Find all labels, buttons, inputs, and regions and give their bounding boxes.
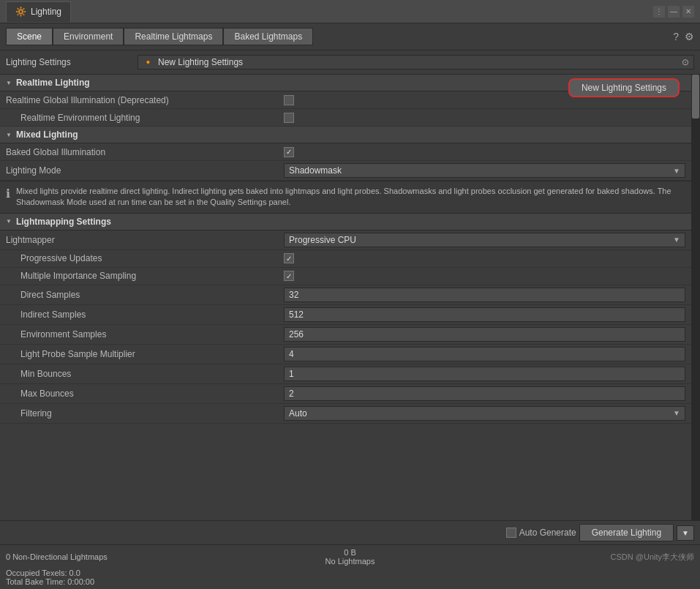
input-light-probe-multiplier[interactable] [284, 347, 685, 361]
input-max-bounces[interactable] [284, 386, 685, 401]
tab-realtime-lightmaps[interactable]: Realtime Lightmaps [124, 28, 223, 45]
generate-lighting-arrow-button[interactable]: ▼ [677, 525, 694, 541]
generate-lighting-button[interactable]: Generate Lighting [579, 524, 674, 541]
title-bar: 🔆 Lighting ⋮ — ✕ [0, 0, 700, 23]
dropdown-filtering-text: Auto [289, 408, 307, 419]
window-icon: 🔆 [15, 7, 26, 17]
bottom-bar: Auto Generate Generate Lighting ▼ [0, 520, 700, 544]
scroll-thumb[interactable] [692, 75, 699, 119]
tab-baked-lightmaps[interactable]: Baked Lightmaps [223, 28, 313, 45]
gear-icon[interactable]: ⚙ [685, 31, 694, 42]
footer-row1: 0 Non-Directional Lightmaps 0 B No Light… [0, 544, 700, 569]
prop-max-bounces: Max Bounces [0, 384, 691, 404]
footer-size-value: 0 B [236, 548, 465, 557]
prop-direct-samples-value [284, 288, 685, 302]
prop-realtime-gi-label: Realtime Global Illumination (Deprecated… [6, 95, 284, 105]
info-text: Mixed lights provide realtime direct lig… [16, 186, 685, 209]
prop-filtering-value: Auto ▼ [284, 406, 685, 421]
menu-btn[interactable]: ⋮ [653, 6, 665, 18]
prop-max-bounces-value [284, 386, 685, 401]
prop-min-bounces-value [284, 367, 685, 381]
prop-filtering-label: Filtering [6, 408, 284, 419]
prop-lightmapper-label: Lightmapper [6, 235, 284, 245]
footer-lightmaps-count: 0 Non-Directional Lightmaps [6, 552, 236, 561]
info-icon: ℹ [6, 187, 10, 200]
minimize-btn[interactable]: — [668, 6, 680, 18]
checkbox-realtime-env[interactable] [284, 113, 294, 123]
close-btn[interactable]: ✕ [682, 6, 694, 18]
scrollbar[interactable] [691, 75, 700, 520]
tabs-toolbar: Scene Environment Realtime Lightmaps Bak… [0, 23, 700, 50]
prop-min-bounces: Min Bounces [0, 364, 691, 384]
prop-indirect-samples-label: Indirect Samples [6, 309, 284, 320]
prop-multiple-importance-label: Multiple Importance Sampling [6, 271, 284, 281]
prop-indirect-samples-value [284, 307, 685, 322]
prop-light-probe-multiplier-value [284, 347, 685, 361]
prop-lighting-mode-label: Lighting Mode [6, 165, 284, 176]
prop-realtime-env-value [284, 113, 685, 123]
prop-lightmapper-value: Progressive CPU ▼ [284, 233, 685, 247]
dropdown-lighting-mode-text: Shadowmask [289, 165, 342, 176]
main-content-area: ▼ Realtime Lighting Realtime Global Illu… [0, 75, 700, 520]
prop-light-probe-multiplier-label: Light Probe Sample Multiplier [6, 349, 284, 359]
section-mixed-title: Mixed Lighting [16, 130, 78, 140]
dropdown-filtering[interactable]: Auto ▼ [284, 406, 685, 421]
lighting-settings-value: 🔸 New Lighting Settings ⊙ [138, 55, 694, 70]
tab-scene[interactable]: Scene [6, 28, 53, 45]
lighting-settings-row: Lighting Settings 🔸 New Lighting Setting… [0, 50, 700, 75]
window-title: Lighting [31, 7, 61, 17]
settings-asset-icon: 🔸 [143, 57, 154, 67]
input-min-bounces[interactable] [284, 367, 685, 381]
checkbox-auto-generate[interactable] [506, 528, 516, 538]
dropdown-lightmapper[interactable]: Progressive CPU ▼ [284, 233, 685, 247]
help-icon[interactable]: ? [673, 31, 679, 42]
dropdown-lightmapper-text: Progressive CPU [289, 235, 356, 245]
section-lightmapping-title: Lightmapping Settings [16, 217, 111, 227]
prop-indirect-samples: Indirect Samples [0, 305, 691, 325]
input-indirect-samples[interactable] [284, 307, 685, 322]
input-direct-samples[interactable] [284, 288, 685, 302]
prop-min-bounces-label: Min Bounces [6, 369, 284, 379]
prop-baked-gi-value [284, 147, 685, 157]
prop-direct-samples: Direct Samples [0, 285, 691, 305]
section-mixed-body: Baked Global Illumination Lighting Mode … [0, 143, 691, 214]
title-tab: 🔆 Lighting [6, 1, 71, 22]
footer-watermark: CSDN @Unity李大侠师 [464, 552, 694, 563]
input-environment-samples[interactable] [284, 327, 685, 342]
section-mixed-header[interactable]: ▼ Mixed Lighting [0, 127, 691, 143]
new-lighting-popup[interactable]: New Lighting Settings [568, 78, 680, 97]
toolbar-icons: ? ⚙ [673, 31, 694, 42]
tab-environment[interactable]: Environment [53, 28, 124, 45]
prop-multiple-importance-value [284, 271, 685, 281]
settings-circle-btn[interactable]: ⊙ [682, 57, 689, 67]
dropdown-lighting-mode-arrow: ▼ [673, 167, 680, 175]
prop-progressive-updates-value [284, 253, 685, 263]
prop-lightmapper: Lightmapper Progressive CPU ▼ [0, 230, 691, 250]
section-realtime-title: Realtime Lighting [16, 78, 90, 88]
collapse-triangle-mixed: ▼ [6, 132, 12, 138]
prop-progressive-updates: Progressive Updates [0, 250, 691, 268]
prop-baked-gi: Baked Global Illumination [0, 143, 691, 161]
checkbox-baked-gi[interactable] [284, 147, 294, 157]
collapse-triangle-lightmapping: ▼ [6, 218, 12, 225]
prop-environment-samples-label: Environment Samples [6, 329, 284, 339]
prop-filtering: Filtering Auto ▼ [0, 404, 691, 424]
section-lightmapping-header[interactable]: ▼ Lightmapping Settings [0, 214, 691, 230]
prop-light-probe-multiplier: Light Probe Sample Multiplier [0, 345, 691, 364]
prop-environment-samples-value [284, 327, 685, 342]
footer-size: 0 B No Lightmaps [236, 548, 465, 566]
prop-baked-gi-label: Baked Global Illumination [6, 147, 284, 157]
window-controls: ⋮ — ✕ [653, 6, 694, 18]
checkbox-multiple-importance[interactable] [284, 271, 294, 281]
prop-lighting-mode: Lighting Mode Shadowmask ▼ [0, 161, 691, 181]
scroll-area[interactable]: ▼ Realtime Lighting Realtime Global Illu… [0, 75, 691, 520]
checkbox-realtime-gi[interactable] [284, 95, 294, 105]
prop-realtime-env-lighting: Realtime Environment Lighting [0, 109, 691, 127]
footer2-occupied: Occupied Texels: 0.0 Total Bake Time: 0:… [6, 569, 694, 586]
prop-direct-samples-label: Direct Samples [6, 290, 284, 300]
prop-max-bounces-label: Max Bounces [6, 389, 284, 399]
dropdown-lighting-mode[interactable]: Shadowmask ▼ [284, 163, 685, 178]
checkbox-progressive-updates[interactable] [284, 253, 294, 263]
occupied-texels: Occupied Texels: 0.0 [6, 569, 694, 577]
lighting-settings-label: Lighting Settings [6, 57, 138, 67]
